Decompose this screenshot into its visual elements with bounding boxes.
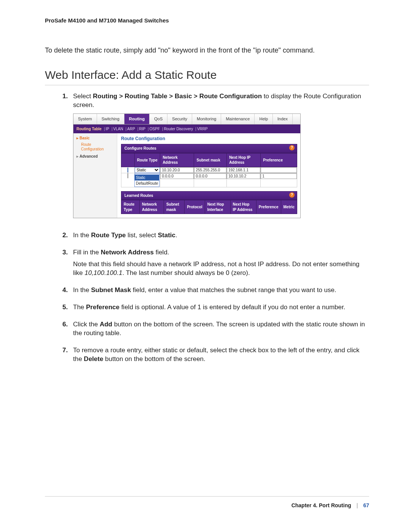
step-2: 2.In the Route Type list, select Static. bbox=[62, 231, 369, 243]
col-next-hop-ip-address: Next Hop IP Address bbox=[230, 200, 256, 214]
sub-tab-router-discovery[interactable]: Router Discovery bbox=[164, 127, 193, 131]
preference-input[interactable] bbox=[261, 167, 297, 173]
top-tab-monitoring[interactable]: Monitoring bbox=[192, 114, 221, 124]
ui-main: Route ConfigurationConfigure Routes?Rout… bbox=[117, 133, 300, 218]
step-text: Fill in the Network Address field. bbox=[73, 248, 369, 257]
row-checkbox[interactable] bbox=[127, 168, 128, 173]
top-tab-maintenance[interactable]: Maintenance bbox=[221, 114, 255, 124]
subnet-mask-input[interactable] bbox=[194, 173, 226, 179]
step-6: 6.Click the Add button on the bottom of … bbox=[62, 320, 369, 341]
sub-tab-ospf[interactable]: OSPF bbox=[150, 127, 160, 131]
sub-tab-bar: Routing Table|IP|VLAN|ARP|RIP|OSPF|Route… bbox=[73, 125, 300, 134]
sidebar-route-configuration[interactable]: Route Configuration bbox=[76, 142, 114, 152]
step-7: 7.To remove a route entry, either static… bbox=[62, 346, 369, 367]
next-hop-input[interactable] bbox=[227, 167, 260, 173]
step-text: Click the Add button on the bottom of th… bbox=[73, 320, 369, 338]
step-1: 1.Select Routing > Routing Table > Basic… bbox=[62, 92, 369, 226]
top-tab-help[interactable]: Help bbox=[255, 114, 273, 124]
col-protocol: Protocol bbox=[185, 200, 205, 214]
step-body: In the Route Type list, select Static. bbox=[73, 231, 369, 243]
step-body: The Preference field is optional. A valu… bbox=[73, 303, 369, 315]
help-icon[interactable]: ? bbox=[289, 145, 295, 150]
step-number: 1. bbox=[62, 92, 73, 226]
step-body: In the Subnet Mask field, enter a value … bbox=[73, 286, 369, 298]
step-text: To remove a route entry, either static o… bbox=[73, 346, 369, 364]
top-tab-index[interactable]: Index bbox=[273, 114, 293, 124]
step-note: Note that this field should have a netwo… bbox=[73, 260, 369, 278]
panel-title: Route Configuration bbox=[121, 136, 297, 142]
step-number: 7. bbox=[62, 346, 73, 367]
step-text: The Preference field is optional. A valu… bbox=[73, 303, 369, 312]
step-number: 2. bbox=[62, 231, 73, 243]
subnet-mask-input[interactable] bbox=[194, 167, 226, 173]
network-address-input[interactable] bbox=[160, 167, 194, 173]
step-text: In the Subnet Mask field, enter a value … bbox=[73, 286, 369, 295]
sidebar-basic[interactable]: Basic bbox=[76, 136, 114, 141]
step-3: 3.Fill in the Network Address field.Note… bbox=[62, 248, 369, 281]
top-tab-qos[interactable]: QoS bbox=[150, 114, 167, 124]
route-type-select[interactable]: Static bbox=[135, 167, 160, 173]
col-subnet-mask: Subnet mask bbox=[194, 153, 227, 167]
sub-tab-arp[interactable]: ARP bbox=[127, 127, 135, 131]
col-preference: Preference bbox=[256, 200, 281, 214]
step-body: Click the Add button on the bottom of th… bbox=[73, 320, 369, 341]
top-tab-switching[interactable]: Switching bbox=[97, 114, 124, 124]
preference-input[interactable] bbox=[261, 173, 297, 179]
configure-routes-bar: Configure Routes? bbox=[121, 144, 297, 153]
page-footer: Chapter 4. Port Routing | 67 bbox=[45, 497, 369, 509]
footer-separator: | bbox=[357, 502, 358, 509]
sub-tab-rip[interactable]: RIP bbox=[139, 127, 146, 131]
sidebar: BasicRoute ConfigurationAdvanced bbox=[73, 133, 117, 218]
section-heading: Web Interface: Add a Static Route bbox=[45, 67, 369, 86]
col-next-hop-interface: Next Hop Interface bbox=[205, 200, 230, 214]
step-number: 3. bbox=[62, 248, 73, 281]
steps-list: 1.Select Routing > Routing Table > Basic… bbox=[62, 92, 369, 367]
help-icon[interactable]: ? bbox=[289, 192, 295, 198]
sidebar-advanced[interactable]: Advanced bbox=[76, 154, 114, 159]
configure-routes-table: Route TypeNetwork AddressSubnet maskNext… bbox=[121, 153, 297, 187]
step-body: To remove a route entry, either static o… bbox=[73, 346, 369, 367]
step-text: Select Routing > Routing Table > Basic >… bbox=[73, 92, 369, 110]
network-address-input[interactable] bbox=[160, 173, 194, 179]
row-checkbox[interactable] bbox=[127, 173, 128, 178]
sub-tab-vrrp[interactable]: VRRP bbox=[197, 127, 208, 131]
sub-tab-vlan[interactable]: VLAN bbox=[113, 127, 123, 131]
table-row: Static bbox=[121, 167, 297, 173]
col-metric: Metric bbox=[281, 200, 297, 214]
route-type-option[interactable]: Static bbox=[135, 175, 159, 181]
learned-routes-table: Route TypeNetwork AddressSubnet maskProt… bbox=[121, 200, 297, 214]
page-number: 67 bbox=[363, 502, 369, 509]
learned-routes-bar: Learned Routes? bbox=[121, 191, 297, 200]
route-type-option[interactable]: DefaultRoute bbox=[135, 181, 159, 187]
col-preference: Preference bbox=[261, 153, 297, 167]
step-number: 6. bbox=[62, 320, 73, 341]
step-body: Select Routing > Routing Table > Basic >… bbox=[73, 92, 369, 226]
next-hop-input[interactable] bbox=[227, 173, 260, 179]
top-tab-system[interactable]: System bbox=[73, 114, 97, 124]
sub-tab-ip[interactable]: IP bbox=[106, 127, 109, 131]
top-tab-routing[interactable]: Routing bbox=[124, 114, 150, 124]
step-text: In the Route Type list, select Static. bbox=[73, 231, 369, 240]
step-number: 4. bbox=[62, 286, 73, 298]
ui-body: BasicRoute ConfigurationAdvancedRoute Co… bbox=[73, 133, 300, 218]
table-row: StaticDefaultRoute bbox=[121, 173, 297, 187]
col-next-hop-ip-address: Next Hop IP Address bbox=[227, 153, 261, 167]
col-network-address: Network Address bbox=[160, 153, 194, 167]
step-4: 4.In the Subnet Mask field, enter a valu… bbox=[62, 286, 369, 298]
step-number: 5. bbox=[62, 303, 73, 315]
step-5: 5.The Preference field is optional. A va… bbox=[62, 303, 369, 315]
step-body: Fill in the Network Address field.Note t… bbox=[73, 248, 369, 281]
col-route-type: Route Type bbox=[121, 200, 140, 214]
top-tab-security[interactable]: Security bbox=[167, 114, 192, 124]
col-network-address: Network Address bbox=[139, 200, 164, 214]
sub-tab-routing-table[interactable]: Routing Table bbox=[76, 127, 102, 131]
running-header: ProSafe M4100 and M7100 Managed Switches bbox=[45, 17, 369, 24]
col-route-type: Route Type bbox=[135, 153, 160, 167]
col-subnet-mask: Subnet mask bbox=[164, 200, 184, 214]
chapter-label: Chapter 4. Port Routing bbox=[292, 502, 351, 509]
route-config-screenshot: SystemSwitchingRoutingQoSSecurityMonitor… bbox=[73, 113, 301, 219]
intro-paragraph: To delete the static route, simply add "… bbox=[45, 46, 369, 55]
